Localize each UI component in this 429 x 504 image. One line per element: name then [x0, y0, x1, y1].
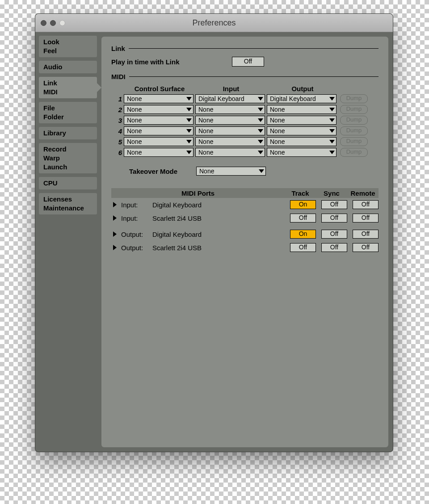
- sidebar-item: Look: [43, 38, 93, 46]
- chevron-down-icon: [186, 129, 192, 133]
- sidebar-item: Warp: [43, 154, 93, 163]
- play-in-time-toggle[interactable]: Off: [232, 57, 264, 67]
- sidebar-group[interactable]: LookFeel: [39, 36, 97, 57]
- section-midi: MIDI: [111, 73, 379, 80]
- input-dropdown[interactable]: None: [195, 137, 265, 146]
- output-dropdown[interactable]: None: [267, 116, 336, 125]
- chevron-down-icon: [186, 151, 192, 154]
- dump-button[interactable]: Dump: [340, 126, 368, 135]
- chevron-down-icon: [258, 118, 263, 122]
- takeover-dropdown[interactable]: None: [196, 167, 266, 176]
- output-dropdown[interactable]: None: [267, 105, 336, 114]
- chevron-down-icon: [258, 97, 263, 101]
- track-toggle[interactable]: Off: [290, 243, 316, 252]
- chevron-down-icon: [329, 97, 335, 101]
- disclosure-triangle-icon[interactable]: [113, 202, 117, 207]
- sync-toggle[interactable]: Off: [321, 230, 347, 239]
- row-number: 3: [111, 117, 124, 124]
- control-surface-dropdown[interactable]: None: [124, 137, 193, 146]
- sidebar-item: Folder: [43, 113, 93, 122]
- midi-port-row: Output:Scarlett 2i4 USBOffOffOff: [111, 241, 379, 254]
- input-dropdown[interactable]: None: [195, 105, 265, 114]
- input-dropdown[interactable]: None: [195, 126, 265, 135]
- midi-ports-header: MIDI Ports Track Sync Remote: [111, 188, 379, 198]
- control-surface-dropdown[interactable]: None: [124, 126, 193, 135]
- input-dropdown[interactable]: Digital Keyboard: [195, 94, 265, 103]
- cs-columns-header: Control Surface Input Output: [111, 85, 379, 92]
- output-dropdown[interactable]: Digital Keyboard: [267, 94, 336, 103]
- track-toggle[interactable]: On: [290, 230, 316, 239]
- input-dropdown[interactable]: None: [195, 116, 265, 125]
- traffic-lights: [35, 20, 65, 26]
- col-control-surface: Control Surface: [124, 85, 195, 92]
- remote-toggle[interactable]: Off: [353, 200, 379, 209]
- chevron-down-icon: [186, 118, 192, 122]
- track-toggle[interactable]: Off: [290, 214, 316, 223]
- section-link-label: Link: [111, 45, 125, 52]
- sync-toggle[interactable]: Off: [321, 243, 347, 252]
- sidebar-group[interactable]: Library: [39, 127, 97, 139]
- output-dropdown[interactable]: None: [267, 126, 336, 135]
- chevron-down-icon: [259, 169, 264, 173]
- chevron-down-icon: [329, 140, 335, 143]
- input-dropdown[interactable]: None: [195, 148, 265, 157]
- dump-button[interactable]: Dump: [340, 148, 368, 157]
- sidebar-group[interactable]: LinkMIDI: [39, 77, 97, 98]
- sidebar-group[interactable]: LicensesMaintenance: [39, 193, 97, 214]
- sync-toggle[interactable]: Off: [321, 214, 347, 223]
- sync-toggle[interactable]: Off: [321, 200, 347, 209]
- sidebar-item: Link: [43, 79, 93, 88]
- port-direction: Input:: [121, 214, 152, 222]
- output-dropdown[interactable]: None: [267, 137, 336, 146]
- row-number: 4: [111, 127, 124, 135]
- window-title: Preferences: [35, 18, 393, 28]
- port-direction: Output:: [121, 244, 152, 252]
- zoom-icon[interactable]: [59, 20, 65, 26]
- remote-toggle[interactable]: Off: [353, 214, 379, 223]
- sidebar-item: Feel: [43, 46, 93, 55]
- dump-button[interactable]: Dump: [340, 116, 368, 125]
- output-dropdown[interactable]: None: [267, 148, 336, 157]
- sidebar-item: Licenses: [43, 195, 93, 204]
- chevron-down-icon: [186, 97, 192, 101]
- sidebar-item: Launch: [43, 163, 93, 172]
- remote-toggle[interactable]: Off: [353, 230, 379, 239]
- control-surface-dropdown[interactable]: None: [124, 148, 193, 157]
- port-name: Scarlett 2i4 USB: [152, 244, 285, 252]
- dump-button[interactable]: Dump: [340, 94, 368, 103]
- track-toggle[interactable]: On: [290, 200, 316, 209]
- chevron-down-icon: [329, 129, 335, 133]
- sidebar-item: Library: [43, 129, 93, 138]
- control-surface-dropdown[interactable]: None: [124, 94, 193, 103]
- main-panel: Link Play in time with Link Off MIDI Con…: [101, 37, 388, 447]
- disclosure-triangle-icon[interactable]: [113, 215, 117, 221]
- divider: [129, 48, 379, 49]
- play-in-time-row: Play in time with Link Off: [111, 57, 379, 67]
- remote-toggle[interactable]: Off: [353, 243, 379, 252]
- ports-header-name: MIDI Ports: [111, 189, 285, 197]
- dump-button[interactable]: Dump: [340, 105, 368, 114]
- disclosure-triangle-icon[interactable]: [113, 231, 117, 237]
- sidebar-group[interactable]: Audio: [39, 61, 97, 73]
- row-number: 6: [111, 149, 124, 156]
- control-surface-dropdown[interactable]: None: [124, 105, 193, 114]
- disclosure-triangle-icon[interactable]: [113, 245, 117, 250]
- col-input: Input: [195, 85, 267, 92]
- takeover-label: Takeover Mode: [111, 168, 196, 175]
- chevron-down-icon: [258, 140, 263, 143]
- control-surface-row: 6NoneNoneNoneDump: [111, 148, 379, 157]
- ports-header-remote: Remote: [347, 189, 379, 197]
- sidebar-group[interactable]: RecordWarpLaunch: [39, 143, 97, 173]
- close-icon[interactable]: [41, 20, 46, 26]
- midi-port-row: Input:Digital KeyboardOnOffOff: [111, 198, 379, 211]
- control-surface-dropdown[interactable]: None: [124, 116, 193, 125]
- sidebar-group[interactable]: FileFolder: [39, 102, 97, 123]
- divider: [129, 76, 379, 77]
- chevron-down-icon: [329, 118, 335, 122]
- minimize-icon[interactable]: [50, 20, 56, 26]
- dump-button[interactable]: Dump: [340, 137, 368, 146]
- sidebar-group[interactable]: CPU: [39, 177, 97, 189]
- chevron-down-icon: [329, 151, 335, 154]
- port-name: Digital Keyboard: [152, 231, 285, 238]
- chevron-down-icon: [258, 151, 263, 154]
